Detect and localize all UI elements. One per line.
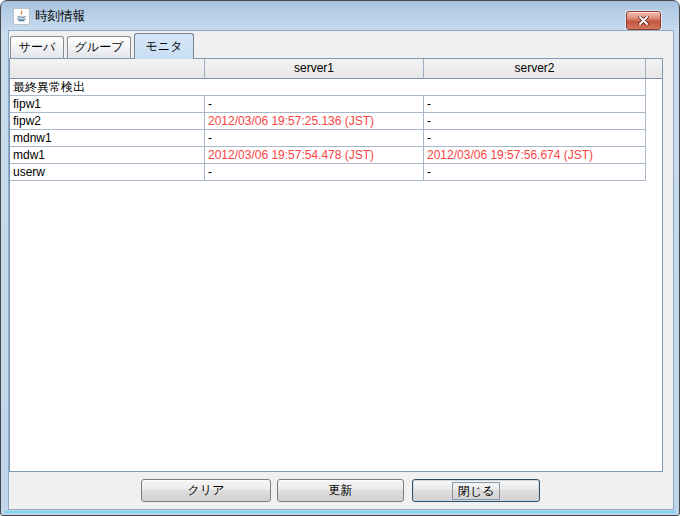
monitor-name-cell[interactable]: mdnw1: [10, 130, 205, 147]
server1-value-cell[interactable]: 2012/03/06 19:57:25.136 (JST): [205, 113, 424, 130]
header-server2[interactable]: server2: [424, 59, 646, 79]
monitor-name-cell[interactable]: userw: [10, 164, 205, 181]
close-x-icon: [638, 16, 649, 25]
server1-value-cell[interactable]: 2012/03/06 19:57:54.478 (JST): [205, 147, 424, 164]
section-row-last-abnormality[interactable]: 最終異常検出: [10, 79, 646, 96]
server2-value-cell[interactable]: -: [424, 130, 646, 147]
table-body: fipw1 - - fipw2 2012/03/06 19:57:25.136 …: [10, 96, 662, 181]
java-cup-icon: [13, 8, 30, 25]
header-monitor-column[interactable]: [10, 59, 205, 79]
window-title: 時刻情報: [35, 2, 85, 31]
window-bottom-glow: [4, 511, 676, 513]
clear-button[interactable]: クリア: [141, 479, 271, 502]
table-row[interactable]: mdnw1 - -: [10, 130, 662, 147]
monitor-tab-panel: server1 server2 最終異常検出 fipw1 - - fipw2 2…: [9, 58, 663, 472]
server2-value-cell[interactable]: -: [424, 96, 646, 113]
tab-server[interactable]: サーバ: [10, 36, 64, 58]
monitor-name-cell[interactable]: mdw1: [10, 147, 205, 164]
monitor-name-cell[interactable]: fipw1: [10, 96, 205, 113]
tab-monitor[interactable]: モニタ: [134, 33, 194, 59]
server2-value-cell[interactable]: -: [424, 164, 646, 181]
server1-value-cell[interactable]: -: [205, 130, 424, 147]
server1-value-cell[interactable]: -: [205, 96, 424, 113]
close-button[interactable]: [626, 11, 661, 30]
refresh-button[interactable]: 更新: [277, 479, 404, 502]
table-row[interactable]: fipw2 2012/03/06 19:57:25.136 (JST) -: [10, 113, 662, 130]
close-dialog-label: 閉じる: [452, 482, 501, 500]
server1-value-cell[interactable]: -: [205, 164, 424, 181]
close-dialog-button[interactable]: 閉じる: [412, 479, 540, 502]
header-server1[interactable]: server1: [205, 59, 424, 79]
header-filler: [646, 59, 662, 79]
time-info-window: 時刻情報 サーバ グループ モニタ server1 server2 最終異常検出…: [0, 0, 680, 516]
table-row[interactable]: fipw1 - -: [10, 96, 662, 113]
server2-value-cell[interactable]: 2012/03/06 19:57:56.674 (JST): [424, 147, 646, 164]
table-header-row: server1 server2: [10, 59, 662, 79]
titlebar[interactable]: 時刻情報: [2, 2, 678, 31]
table-row[interactable]: mdw1 2012/03/06 19:57:54.478 (JST) 2012/…: [10, 147, 662, 164]
monitor-name-cell[interactable]: fipw2: [10, 113, 205, 130]
table-row[interactable]: userw - -: [10, 164, 662, 181]
dialog-content: サーバ グループ モニタ server1 server2 最終異常検出 fipw…: [9, 31, 673, 509]
tab-group[interactable]: グループ: [67, 36, 131, 58]
server2-value-cell[interactable]: -: [424, 113, 646, 130]
